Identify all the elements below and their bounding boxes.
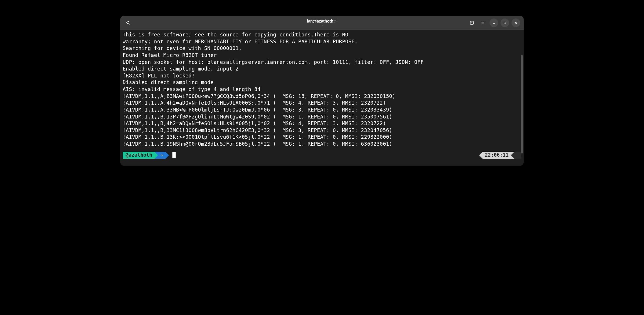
svg-line-1 [129, 23, 130, 25]
window-title: ian@azathoth:~ [307, 19, 337, 23]
clock-time: 22:06:11 [483, 152, 511, 159]
window-title-container: ian@azathoth:~ ~ [307, 19, 337, 27]
prompt-host: @azathoth [123, 152, 154, 159]
window-subtitle: ~ [307, 23, 337, 27]
search-icon[interactable] [124, 18, 133, 27]
maximize-button[interactable] [501, 18, 509, 27]
terminal-window: ian@azathoth:~ ~ This is free software; … [120, 16, 524, 166]
prompt-line[interactable]: @azathoth ~ 22:06:11 [123, 152, 521, 159]
close-button[interactable] [511, 18, 520, 27]
minimize-button[interactable] [490, 18, 498, 27]
window-titlebar[interactable]: ian@azathoth:~ ~ [120, 16, 524, 30]
svg-point-0 [127, 21, 129, 24]
cursor [172, 152, 176, 158]
menu-icon[interactable] [479, 18, 487, 27]
terminal-output[interactable]: This is free software; see the source fo… [123, 32, 521, 148]
terminal-body[interactable]: This is free software; see the source fo… [120, 30, 524, 166]
new-tab-icon[interactable] [468, 18, 476, 27]
prompt-clock: 22:06:11 [479, 152, 521, 159]
svg-rect-9 [504, 22, 506, 24]
scrollbar-thumb[interactable] [521, 55, 523, 153]
scrollbar[interactable] [521, 55, 523, 165]
